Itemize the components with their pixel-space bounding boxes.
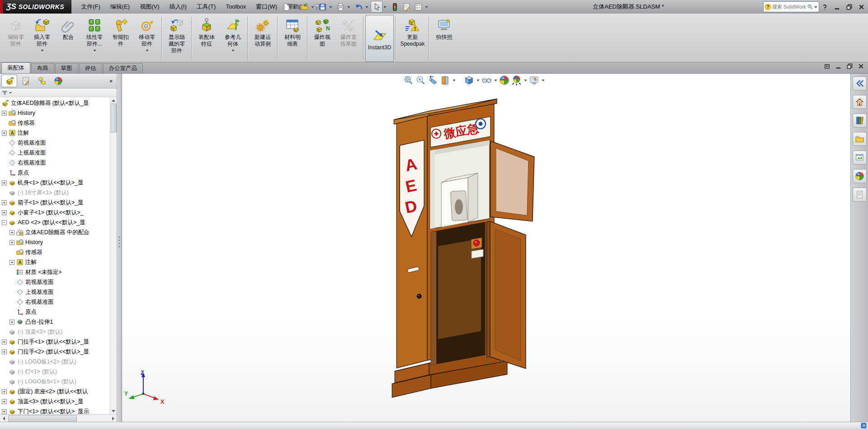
tree-item-lower-door-1[interactable]: +下门<1> (默认<<默认>_显示: [0, 406, 117, 414]
tree-expander-boss-extrude1[interactable]: +: [9, 320, 14, 325]
assembly-features-button[interactable]: 装配体 特征: [193, 15, 220, 62]
tree-vertical-scrollbar[interactable]: [110, 97, 117, 414]
options-caret-icon[interactable]: [424, 1, 429, 12]
tree-item-root-assembly[interactable]: 立体AED除颤器 (默认<默认_显: [0, 98, 117, 108]
section-view-button[interactable]: [439, 74, 451, 86]
tree-item-sensors[interactable]: 传感器: [0, 118, 117, 128]
mate-button[interactable]: 配合: [55, 15, 81, 62]
view-orientation-button[interactable]: [463, 74, 475, 86]
tree-item-top-cover-2[interactable]: (-) 顶盖<2> (默认): [0, 327, 117, 337]
quick-tips-icon[interactable]: [861, 423, 867, 429]
tree-item-front-plane[interactable]: 前视基准面: [0, 138, 117, 148]
hscrollbar-thumb[interactable]: [8, 415, 77, 422]
insert-components-button[interactable]: 插入零 部件: [29, 15, 55, 62]
instant3d-button[interactable]: Instant3D: [365, 15, 394, 62]
smart-fasteners-button[interactable]: 智能扣 件: [108, 15, 134, 62]
tree-expander-top-cover-3[interactable]: +: [2, 399, 7, 404]
tree-expander-history[interactable]: +: [2, 111, 7, 116]
tree-expander-lower-door-1[interactable]: +: [2, 409, 7, 414]
view-palette-button[interactable]: [853, 151, 867, 165]
show-hidden-components-button[interactable]: 显示隐 藏的零 部件: [164, 15, 190, 62]
tree-item-door-handle-1[interactable]: +门拉手<1> (默认<<默认>_显: [0, 337, 117, 347]
menu-insert[interactable]: 插入(I): [164, 0, 191, 14]
scroll-left-icon[interactable]: [0, 415, 7, 422]
doc-minimize-button[interactable]: [835, 63, 842, 71]
tree-item-top-plane-aed[interactable]: 上视基准面: [0, 287, 117, 297]
edit-appearance-caret-icon[interactable]: [523, 74, 528, 86]
3d-model-aed-cabinet[interactable]: 微应急: [122, 74, 850, 422]
tree-item-screen16-1[interactable]: (-) 16寸屏<1> (默认): [0, 188, 117, 198]
tree-item-box-1[interactable]: +箱子<1> (默认<<默认>_显: [0, 198, 117, 207]
tree-item-front-plane-aed[interactable]: 前视基准面: [0, 277, 117, 287]
tree-expander-body-1[interactable]: +: [2, 180, 7, 185]
tree-item-boss-extrude1[interactable]: +凸台-拉伸1: [0, 317, 117, 327]
restore-button[interactable]: [845, 3, 853, 11]
undo-button[interactable]: [353, 1, 364, 13]
panel-splitter[interactable]: [117, 74, 122, 422]
new-document-button[interactable]: [280, 1, 292, 13]
tree-expander-mates-in-assembly[interactable]: +: [9, 230, 14, 235]
tree-item-origin-aed[interactable]: 原点: [0, 307, 117, 317]
apply-scene-button[interactable]: [498, 74, 510, 86]
select-tool-button[interactable]: [371, 1, 382, 13]
graphics-viewport[interactable]: 微应急: [122, 74, 850, 422]
section-view-caret-icon[interactable]: [451, 74, 457, 86]
zoom-to-area-button[interactable]: [415, 74, 427, 86]
linear-component-pattern-button[interactable]: 线性零 部件...: [81, 15, 108, 62]
minimize-button[interactable]: [833, 3, 841, 11]
configurationmanager-tab[interactable]: [34, 75, 50, 87]
view-settings-button[interactable]: [528, 74, 540, 86]
menu-view[interactable]: 视图(V): [135, 0, 164, 14]
file-explorer-button[interactable]: [853, 132, 867, 146]
view-orientation-caret-icon[interactable]: [475, 74, 481, 86]
tree-expander-annotations[interactable]: +: [2, 131, 7, 136]
tree-item-right-plane-aed[interactable]: 右视基准面: [0, 297, 117, 307]
tree-expander-history-aed[interactable]: +: [9, 240, 14, 245]
search-icon[interactable]: [807, 4, 813, 10]
scroll-down-icon[interactable]: [111, 408, 116, 414]
tab-evaluate[interactable]: 评估: [79, 63, 102, 73]
exploded-view-button[interactable]: 爆炸视 图: [309, 15, 335, 62]
solidworks-resources-button[interactable]: [853, 95, 867, 109]
tree-item-logo-board5-1[interactable]: (-) LOGO板5<1> (默认): [0, 377, 117, 387]
tree-item-material[interactable]: 材质 <未指定>: [0, 267, 117, 277]
filter-caret-icon[interactable]: [9, 91, 12, 94]
close-button[interactable]: [857, 3, 865, 11]
scroll-up-icon[interactable]: [111, 98, 116, 103]
tree-item-logo-board1-2[interactable]: (-) LOGO板1<2> (默认): [0, 357, 117, 367]
tree-item-body-1[interactable]: +机身<1> (默认<<默认>_显: [0, 178, 117, 188]
take-snapshot-button[interactable]: 拍快照: [431, 15, 457, 62]
tree-item-mates-in-assembly[interactable]: +立体AED除颤器 中的配合: [0, 227, 117, 237]
scrollbar-thumb[interactable]: [111, 104, 117, 132]
menu-edit[interactable]: 编辑(E): [105, 0, 135, 14]
select-tool-caret-icon[interactable]: [382, 1, 387, 12]
menu-file[interactable]: 文件(F): [76, 0, 105, 14]
tree-expander-aed-2[interactable]: −: [2, 220, 7, 225]
update-speedpak-button[interactable]: 更新 Speedpak: [397, 15, 427, 62]
previous-view-button[interactable]: [427, 74, 439, 86]
tree-item-base-2[interactable]: +(固定) 底座<2> (默认<<默认: [0, 387, 117, 396]
tree-item-history-aed[interactable]: +History: [0, 237, 117, 247]
print-document-caret-icon[interactable]: [346, 1, 351, 12]
scroll-right-icon[interactable]: [109, 415, 117, 422]
tree-item-top-plane[interactable]: 上视基准面: [0, 148, 117, 158]
tree-horizontal-scrollbar[interactable]: [0, 414, 117, 422]
filter-funnel-icon[interactable]: [2, 90, 8, 96]
tree-item-light-1[interactable]: (-) 灯<1> (默认): [0, 367, 117, 377]
search-input[interactable]: [771, 4, 807, 10]
rebuild-traffic-light-button[interactable]: [389, 1, 401, 13]
edit-appearance-button[interactable]: [510, 74, 523, 86]
tree-expander-door-handle-1[interactable]: +: [2, 339, 7, 344]
custom-properties-button[interactable]: [853, 188, 867, 202]
file-properties-button[interactable]: [401, 1, 412, 13]
menu-window[interactable]: 窗口(W): [251, 0, 282, 14]
reference-geometry-button[interactable]: 参考几 何体: [220, 15, 246, 62]
doc-close-button[interactable]: [858, 63, 864, 71]
new-motion-study-button[interactable]: 新建运 动算例: [250, 15, 276, 62]
tab-layout[interactable]: 布局: [31, 63, 54, 73]
tree-item-sensors-aed[interactable]: 传感器: [0, 247, 117, 257]
tree-expander-small-window-1[interactable]: +: [2, 210, 7, 215]
menu-tools[interactable]: 工具(T): [192, 0, 221, 14]
zoom-to-fit-button[interactable]: [402, 74, 415, 86]
undo-caret-icon[interactable]: [364, 1, 369, 12]
